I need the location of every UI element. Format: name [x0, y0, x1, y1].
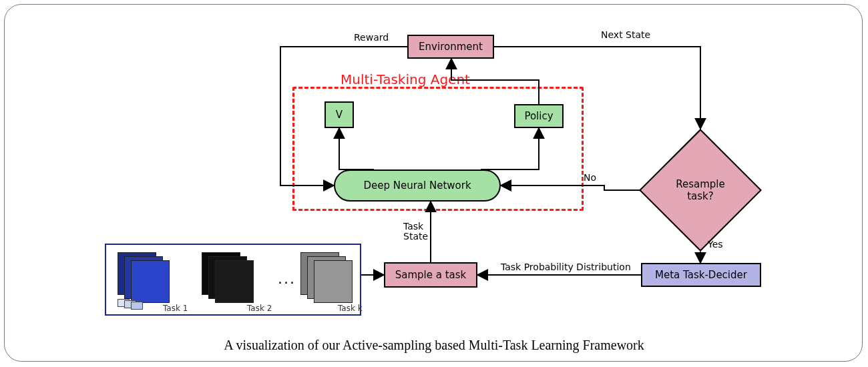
node-resample: Resample task?: [657, 147, 744, 234]
figure-caption: A visualization of our Active-sampling b…: [0, 338, 868, 353]
node-sample: Sample a task: [384, 262, 477, 288]
edge-no-label: No: [584, 172, 596, 183]
node-v: V: [324, 101, 354, 128]
node-v-label: V: [336, 109, 343, 121]
node-environment: Environment: [407, 35, 494, 59]
edge-nextstate-label: Next State: [601, 29, 650, 40]
node-dnn: Deep Neural Network: [334, 169, 501, 202]
edge-reward-label: Reward: [354, 32, 389, 43]
node-decider-label: Meta Task-Decider: [655, 269, 747, 281]
task-2-label: Task 2: [247, 304, 272, 313]
node-sample-label: Sample a task: [395, 269, 467, 281]
edge-taskstate-label: Task State: [403, 222, 428, 241]
node-policy: Policy: [514, 104, 564, 128]
edge-yes-label: Yes: [708, 239, 723, 250]
edge-distribution-label: Task Probability Distribution: [501, 262, 631, 272]
node-environment-label: Environment: [419, 41, 483, 53]
node-resample-label: Resample task?: [676, 178, 725, 202]
task-1-label: Task 1: [163, 304, 188, 313]
node-decider: Meta Task-Decider: [641, 263, 761, 287]
node-policy-label: Policy: [524, 110, 553, 122]
agent-region-title: Multi-Tasking Agent: [341, 71, 470, 87]
node-dnn-label: Deep Neural Network: [363, 179, 471, 192]
task-ellipsis: ...: [278, 270, 296, 287]
task-k-label: Task k: [338, 304, 363, 313]
